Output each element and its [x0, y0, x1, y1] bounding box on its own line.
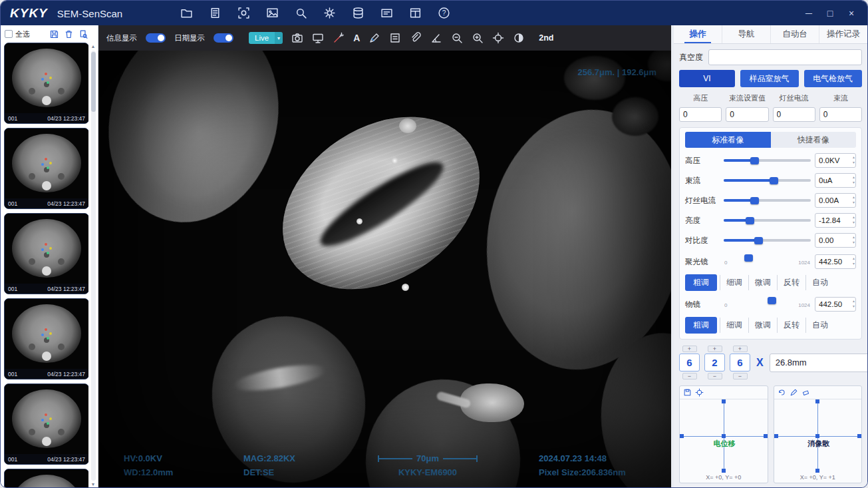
records-icon[interactable] — [380, 7, 393, 19]
stig-handle[interactable] — [815, 469, 819, 473]
filament-spinner[interactable]: ▴▾ — [853, 194, 855, 205]
sidebar-scrollbar[interactable]: ▲ ▼ — [89, 43, 97, 488]
stigmator-pad[interactable]: 消像散 — [774, 399, 862, 473]
beam-shift-pad[interactable]: 电位移 — [680, 399, 768, 473]
zoom-out-icon[interactable] — [451, 32, 463, 44]
shift-handle[interactable] — [722, 434, 726, 438]
hv-spinner[interactable]: ▴▾ — [853, 154, 855, 165]
digit-increment-button[interactable]: + — [682, 346, 697, 352]
shift-handle[interactable] — [764, 434, 768, 438]
contrast-value-input[interactable] — [815, 233, 856, 248]
micro-button[interactable]: 微调 — [748, 318, 777, 333]
report-icon[interactable] — [209, 7, 221, 19]
stig-handle[interactable] — [815, 399, 819, 403]
tab-operation-log[interactable]: 操作记录 — [819, 25, 867, 43]
stig-handle[interactable] — [815, 434, 819, 438]
tab-autostage[interactable]: 自动台 — [770, 25, 819, 43]
live-dropdown-icon[interactable]: ▾ — [275, 32, 283, 44]
help-icon[interactable]: ? — [438, 7, 450, 19]
thumbnail[interactable]: 00104/23 12:23:47 — [4, 383, 88, 465]
shift-handle[interactable] — [680, 434, 684, 438]
tab-operation[interactable]: 操作 — [674, 25, 722, 43]
search-icon[interactable] — [295, 7, 307, 19]
hv-readout-input[interactable] — [679, 107, 722, 122]
filament-input[interactable] — [773, 107, 815, 122]
contrast-spinner[interactable]: ▴▾ — [853, 234, 855, 245]
center-crosshair-icon[interactable] — [695, 388, 704, 397]
window-layout-icon[interactable] — [409, 7, 422, 19]
live-button[interactable]: Live ▾ — [249, 32, 283, 44]
digit-increment-button[interactable]: + — [733, 346, 748, 352]
fine-button[interactable]: 细调 — [720, 275, 748, 290]
auto-button[interactable]: 自动 — [805, 318, 834, 333]
snapshot-camera-icon[interactable] — [291, 32, 303, 44]
micro-button[interactable]: 微调 — [748, 275, 777, 290]
sem-image[interactable]: 256.7μm. | 192.6μm HV:0.0KV WD:12.0mm MA… — [98, 51, 671, 488]
vi-button[interactable]: VI — [679, 70, 735, 87]
delete-icon[interactable] — [64, 29, 74, 39]
maximize-button[interactable]: □ — [821, 5, 839, 21]
display-monitor-icon[interactable] — [312, 32, 324, 44]
minimize-button[interactable]: ─ — [799, 5, 818, 21]
beam-value-input[interactable] — [815, 173, 856, 188]
hv-value-input[interactable] — [815, 153, 856, 168]
stig-handle[interactable] — [857, 434, 861, 438]
open-folder-icon[interactable] — [180, 7, 193, 19]
zoom-in-icon[interactable] — [472, 32, 484, 44]
contrast-slider[interactable] — [724, 239, 811, 242]
thumbnail[interactable]: 00104/23 12:23:47 — [4, 469, 88, 488]
scrollbar-thumb[interactable] — [91, 52, 96, 112]
objective-value-input[interactable] — [815, 297, 856, 312]
digit-decrement-button[interactable]: − — [682, 373, 697, 379]
vacuum-input[interactable] — [708, 49, 862, 65]
quick-imaging-tab[interactable]: 快捷看像 — [771, 132, 857, 148]
scroll-up-icon[interactable]: ▲ — [91, 43, 96, 51]
fine-button[interactable]: 细调 — [720, 318, 748, 333]
scroll-down-icon[interactable]: ▼ — [91, 481, 96, 488]
brightness-value-input[interactable] — [815, 213, 856, 228]
objective-spinner[interactable]: ▴▾ — [853, 298, 855, 309]
reset-icon[interactable] — [778, 388, 786, 397]
scan-icon[interactable] — [237, 7, 250, 19]
condenser-value-input[interactable] — [815, 254, 856, 269]
working-distance-input[interactable] — [770, 354, 867, 372]
thumbnail[interactable]: 00104/23 12:23:47 — [4, 213, 88, 294]
coarse-button[interactable]: 粗调 — [685, 317, 717, 334]
stig-handle[interactable] — [774, 434, 778, 438]
shift-handle[interactable] — [722, 469, 726, 473]
export-icon[interactable] — [78, 29, 88, 39]
condenser-spinner[interactable]: ▴▾ — [853, 256, 855, 266]
beam-spinner[interactable]: ▴▾ — [853, 174, 855, 185]
settings-gear-icon[interactable] — [323, 7, 336, 19]
tab-navigation[interactable]: 导航 — [722, 25, 770, 43]
counter-box-icon[interactable] — [389, 32, 401, 44]
measure-clip-icon[interactable] — [410, 32, 422, 44]
pencil-icon[interactable] — [790, 388, 798, 397]
thumbnail[interactable]: 00104/23 12:23:47 — [4, 298, 88, 379]
digit-decrement-button[interactable]: − — [708, 373, 722, 379]
hv-slider[interactable] — [724, 159, 811, 162]
info-display-toggle[interactable] — [146, 33, 166, 43]
brightness-slider[interactable] — [724, 219, 811, 222]
beam-input[interactable] — [819, 107, 862, 122]
save-icon[interactable] — [683, 388, 692, 397]
shift-handle[interactable] — [722, 399, 726, 403]
text-annotation-icon[interactable]: A — [353, 33, 360, 43]
draw-pen-icon[interactable] — [368, 32, 380, 44]
auto-button[interactable]: 自动 — [805, 275, 834, 290]
select-all-checkbox[interactable] — [5, 30, 13, 38]
contrast-icon[interactable] — [513, 32, 525, 44]
beam-slider[interactable] — [724, 179, 811, 182]
coarse-button[interactable]: 粗调 — [685, 274, 717, 291]
digit-decrement-button[interactable]: − — [733, 373, 748, 379]
standard-imaging-tab[interactable]: 标准看像 — [685, 132, 771, 148]
brightness-spinner[interactable]: ▴▾ — [853, 214, 855, 225]
chamber-vent-button[interactable]: 样品室放气 — [740, 70, 799, 87]
database-icon[interactable] — [352, 7, 364, 19]
center-target-icon[interactable] — [492, 32, 504, 44]
invert-button[interactable]: 反转 — [777, 318, 805, 333]
digit-increment-button[interactable]: + — [708, 346, 722, 352]
beam-set-input[interactable] — [726, 107, 768, 122]
invert-button[interactable]: 反转 — [777, 275, 805, 290]
close-button[interactable]: × — [842, 5, 861, 21]
